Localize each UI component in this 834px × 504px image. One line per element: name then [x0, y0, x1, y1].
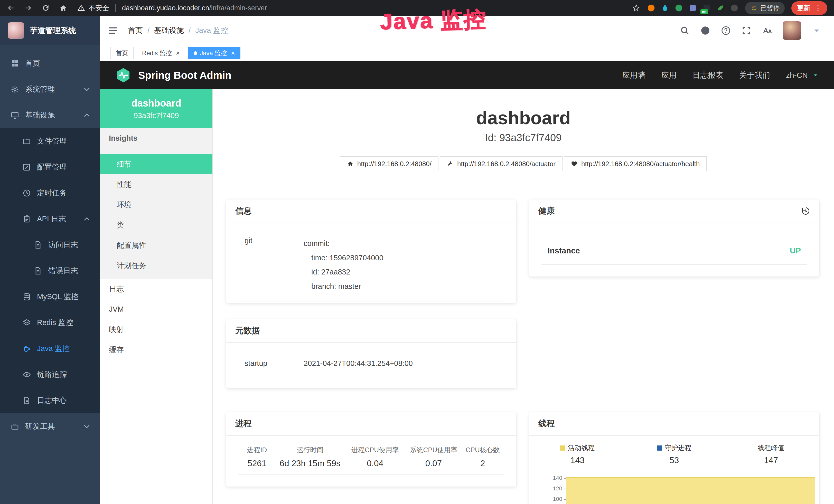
sidebar-item-java-monitor[interactable]: Java 监控	[0, 336, 100, 362]
legend-swatch	[657, 445, 662, 451]
doc-icon	[34, 241, 42, 249]
tag-redis-monitor[interactable]: Redis 监控×	[137, 47, 185, 59]
history-icon[interactable]	[802, 207, 810, 215]
spring-boot-admin-logo-icon	[115, 67, 132, 84]
paused-label: 已暂停	[760, 4, 780, 12]
sba-nav-wallboard[interactable]: 应用墙	[622, 70, 645, 81]
sba-menu-config-properties[interactable]: 配置属性	[100, 235, 213, 255]
sidebar-item-config-management[interactable]: 配置管理	[0, 154, 100, 180]
tampermonkey-extension-icon[interactable]: on	[702, 4, 711, 12]
sba-menu-scheduled-tasks[interactable]: 计划任务	[100, 255, 213, 276]
browser-home-icon[interactable]	[59, 4, 67, 12]
process-table: 进程ID运行时间进程CPU使用率系统CPU使用率CPU核心数52616d 23h…	[238, 439, 504, 475]
sidebar-item-error-logs[interactable]: 错误日志	[0, 258, 100, 284]
tag-close-icon[interactable]: ×	[231, 50, 235, 56]
sba-navbar: Spring Boot Admin 应用墙应用日志报表关于我们 zh-CN	[100, 61, 834, 89]
sba-menu-mappings[interactable]: 映射	[100, 319, 213, 340]
sidebar-item-mysql-monitor[interactable]: MySQL 监控	[0, 284, 100, 310]
doc-icon	[23, 396, 31, 405]
sidebar-item-redis-monitor[interactable]: Redis 监控	[0, 310, 100, 336]
paused-extension-badge[interactable]: ☺ 已暂停	[745, 2, 785, 15]
sidebar-item-label: Java 监控	[37, 344, 70, 354]
app-logo[interactable]: 芋道管理系统	[0, 16, 100, 45]
link-label: http://192.168.0.2:48080/actuator/health	[581, 160, 700, 168]
sidebar-item-system-management[interactable]: 系统管理	[0, 76, 100, 102]
wrench-icon	[447, 160, 454, 167]
monitor-icon	[11, 111, 19, 119]
sidebar-item-dev-tools[interactable]: 研发工具	[0, 413, 100, 439]
help-icon[interactable]	[721, 26, 731, 36]
clock-icon	[23, 189, 31, 197]
info-value-line: commit:	[304, 236, 498, 251]
sidebar-item-access-logs[interactable]: 访问日志	[0, 232, 100, 258]
locale-label: zh-CN	[786, 71, 808, 79]
sba-nav-about[interactable]: 关于我们	[739, 70, 770, 81]
bookmark-star-icon[interactable]	[632, 4, 640, 12]
tag-home[interactable]: 首页	[110, 47, 134, 59]
puzzle-extension-icon[interactable]	[730, 4, 739, 12]
search-icon[interactable]	[680, 26, 690, 36]
instance-title: dashboard	[213, 107, 834, 129]
sidebar-item-label: 研发工具	[25, 421, 55, 432]
breadcrumb-item[interactable]: 基础设施	[154, 25, 184, 36]
sba-brand[interactable]: Spring Boot Admin	[138, 70, 232, 81]
browser-back-icon[interactable]	[7, 4, 15, 12]
locale-select[interactable]: zh-CN	[786, 71, 819, 79]
font-size-icon[interactable]	[762, 26, 772, 36]
tag-java-monitor[interactable]: Java 监控×	[188, 47, 240, 59]
avatar[interactable]	[783, 21, 801, 40]
breadcrumb-separator: /	[148, 26, 150, 35]
browser-refresh-icon[interactable]	[42, 4, 50, 12]
doc-icon	[34, 267, 42, 275]
emoji-face-icon: ☺	[750, 4, 758, 12]
browser-update-button[interactable]: 更新 ⋮	[791, 1, 827, 15]
sba-menu-metrics[interactable]: 性能	[100, 174, 213, 194]
link-root-url[interactable]: http://192.168.0.2:48080/	[340, 156, 438, 171]
colorpick-extension-icon[interactable]	[661, 4, 669, 12]
fullscreen-icon[interactable]	[742, 26, 751, 36]
kebab-menu-icon[interactable]: ⋮	[814, 4, 822, 12]
sidebar-item-home[interactable]: 首页	[0, 50, 100, 76]
tag-close-icon[interactable]: ×	[176, 50, 180, 56]
sidebar-item-tracing[interactable]: 链路追踪	[0, 362, 100, 387]
browser-nav-buttons	[7, 4, 67, 12]
info-card-header: 信息	[226, 200, 516, 223]
github-icon[interactable]	[700, 26, 710, 36]
link-health-url[interactable]: http://192.168.0.2:48080/actuator/health	[564, 156, 707, 171]
info-value-line: id: 27aa832	[311, 265, 498, 279]
sba-menu-jvm[interactable]: JVM	[100, 299, 213, 319]
lighthouse-extension-icon[interactable]	[647, 4, 655, 12]
hamburger-icon[interactable]	[108, 25, 119, 36]
info-key: git	[244, 236, 304, 294]
browser-forward-icon[interactable]	[24, 4, 32, 12]
sba-nav-journal[interactable]: 日志报表	[693, 70, 723, 81]
sidebar-item-log-center[interactable]: 日志中心	[0, 387, 100, 413]
sba-menu-environment[interactable]: 环境	[100, 194, 213, 215]
sba-menu-details[interactable]: 细节	[100, 154, 213, 174]
legend-active-threads: 活动线程143	[529, 443, 626, 465]
sba-menu-caches[interactable]: 缓存	[100, 340, 213, 360]
updraft-extension-icon[interactable]	[675, 4, 683, 12]
avatar-caret-down-icon[interactable]	[812, 26, 822, 36]
sba-nav-applications[interactable]: 应用	[661, 70, 677, 81]
sidebar-item-label: Redis 监控	[37, 318, 73, 328]
leaf-extension-icon[interactable]	[716, 4, 725, 12]
grid-extension-icon[interactable]	[688, 4, 697, 12]
gear-icon	[11, 85, 19, 93]
legend-value: 143	[570, 456, 585, 465]
sba-sidebar: dashboard 93a3fc7f7409 Insights 细节性能环境类配…	[100, 89, 213, 504]
breadcrumb-item[interactable]: 首页	[128, 25, 143, 36]
address-bar[interactable]: 不安全 dashboard.yudao.iocoder.cn/infra/adm…	[78, 3, 267, 13]
sidebar-item-infrastructure[interactable]: 基础设施	[0, 102, 100, 128]
chevron-up-icon	[83, 215, 91, 223]
sba-menu-logs[interactable]: 日志	[100, 279, 213, 299]
sidebar-item-scheduled-jobs[interactable]: 定时任务	[0, 180, 100, 206]
url-path: /infra/admin-server	[209, 4, 267, 12]
link-actuator-url[interactable]: http://192.168.0.2:48080/actuator	[440, 156, 563, 171]
sba-menu-classes[interactable]: 类	[100, 215, 213, 235]
breadcrumb-item: Java 监控	[195, 25, 228, 36]
sidebar-item-api-logs[interactable]: API 日志	[0, 206, 100, 232]
instance-header[interactable]: dashboard 93a3fc7f7409	[100, 89, 213, 129]
sidebar-item-file-management[interactable]: 文件管理	[0, 128, 100, 154]
health-instance-row[interactable]: Instance UP	[542, 223, 807, 265]
